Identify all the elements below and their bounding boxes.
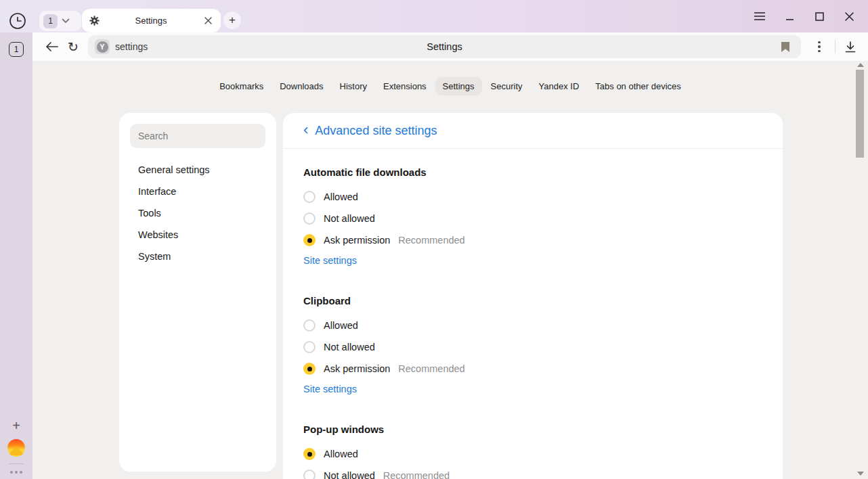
nav-history[interactable]: History bbox=[332, 77, 374, 95]
site-settings-link[interactable]: Site settings bbox=[303, 255, 357, 266]
address-text[interactable]: settings bbox=[115, 41, 148, 52]
settings-nav: BookmarksDownloadsHistoryExtensionsSetti… bbox=[212, 77, 689, 95]
menu-hamburger-icon[interactable] bbox=[749, 5, 771, 27]
back-chevron-icon: ‹ bbox=[303, 122, 308, 137]
nav-security[interactable]: Security bbox=[483, 77, 530, 95]
section-title: Pop-up windows bbox=[303, 424, 762, 435]
settings-sidebar: General settingsInterfaceToolsWebsitesSy… bbox=[119, 113, 276, 472]
rail-more-icon[interactable] bbox=[10, 471, 22, 474]
radio-option-allowed[interactable]: Allowed bbox=[303, 443, 762, 465]
new-tab-button[interactable]: + bbox=[223, 12, 241, 29]
back-icon[interactable] bbox=[41, 36, 62, 58]
nav-bookmarks[interactable]: Bookmarks bbox=[212, 77, 271, 95]
radio-unselected-icon[interactable] bbox=[303, 191, 316, 203]
settings-page: BookmarksDownloadsHistoryExtensionsSetti… bbox=[32, 61, 868, 479]
toolbar-separator bbox=[835, 40, 836, 53]
browser-toolbar: ↻ Y settings Settings bbox=[32, 32, 868, 61]
sidebar-item-general-settings[interactable]: General settings bbox=[130, 159, 265, 181]
maximize-button[interactable] bbox=[808, 5, 830, 27]
bookmark-icon[interactable] bbox=[777, 38, 794, 55]
radio-unselected-icon[interactable] bbox=[303, 470, 316, 479]
radio-option-ask-permission[interactable]: Ask permissionRecommended bbox=[303, 358, 762, 380]
yandex-mail-icon[interactable] bbox=[7, 439, 25, 457]
section-automatic-file-downloads: Automatic file downloadsAllowedNot allow… bbox=[303, 166, 762, 267]
advanced-site-settings-title: Advanced site settings bbox=[315, 124, 437, 138]
left-rail: 1 + bbox=[0, 32, 32, 479]
radio-label: Ask permission bbox=[324, 235, 390, 246]
history-clock-icon[interactable] bbox=[7, 10, 28, 32]
radio-selected-icon[interactable] bbox=[303, 363, 316, 375]
radio-option-allowed[interactable]: Allowed bbox=[303, 186, 762, 208]
radio-label: Allowed bbox=[324, 449, 358, 459]
scrollbar-thumb[interactable] bbox=[856, 70, 864, 158]
radio-label: Allowed bbox=[324, 191, 358, 202]
advanced-site-settings-header[interactable]: ‹ Advanced site settings bbox=[283, 113, 783, 149]
section-clipboard: ClipboardAllowedNot allowedAsk permissio… bbox=[303, 295, 762, 395]
minimize-button[interactable] bbox=[779, 5, 800, 27]
reload-icon[interactable]: ↻ bbox=[62, 36, 84, 58]
sidebar-item-system[interactable]: System bbox=[130, 246, 265, 267]
sidebar-item-tools[interactable]: Tools bbox=[130, 202, 265, 224]
scroll-up-arrow[interactable] bbox=[857, 63, 864, 67]
radio-option-not-allowed[interactable]: Not allowed bbox=[303, 208, 762, 229]
recommended-note: Recommended bbox=[398, 235, 464, 246]
browser-window: 1 Settings bbox=[0, 0, 868, 479]
section-pop-up-windows: Pop-up windowsAllowedNot allowedRecommen… bbox=[303, 424, 762, 479]
page-title: Settings bbox=[88, 41, 801, 52]
radio-selected-icon[interactable] bbox=[303, 234, 316, 246]
nav-extensions[interactable]: Extensions bbox=[376, 77, 434, 95]
tab-title: Settings bbox=[100, 16, 202, 26]
radio-selected-icon[interactable] bbox=[303, 448, 316, 460]
window-titlebar: 1 Settings bbox=[0, 0, 868, 32]
close-button[interactable] bbox=[838, 5, 860, 27]
radio-label: Not allowed bbox=[324, 213, 375, 224]
settings-main-panel: ‹ Advanced site settings Automatic file … bbox=[283, 113, 783, 479]
tab-settings[interactable]: Settings bbox=[82, 9, 221, 32]
address-bar[interactable]: Y settings Settings bbox=[88, 35, 801, 58]
gear-icon bbox=[89, 15, 100, 26]
scroll-down-arrow[interactable] bbox=[857, 472, 864, 476]
rail-add-icon[interactable]: + bbox=[12, 419, 20, 432]
radio-option-ask-permission[interactable]: Ask permissionRecommended bbox=[303, 229, 762, 251]
radio-option-allowed[interactable]: Allowed bbox=[303, 315, 762, 336]
nav-tabs-on-other-devices[interactable]: Tabs on other devices bbox=[588, 77, 688, 95]
chevron-down-icon bbox=[62, 18, 70, 24]
tab-group-count: 1 bbox=[43, 14, 58, 28]
site-settings-link[interactable]: Site settings bbox=[303, 384, 357, 394]
window-controls bbox=[749, 5, 860, 27]
radio-label: Not allowed bbox=[324, 470, 375, 479]
radio-option-not-allowed[interactable]: Not allowedRecommended bbox=[303, 465, 762, 479]
downloads-icon[interactable] bbox=[840, 36, 861, 58]
rail-divider bbox=[9, 463, 24, 464]
nav-settings[interactable]: Settings bbox=[435, 77, 482, 95]
page-scrollbar[interactable] bbox=[856, 62, 865, 477]
section-title: Automatic file downloads bbox=[303, 166, 762, 178]
nav-downloads[interactable]: Downloads bbox=[272, 77, 330, 95]
radio-unselected-icon[interactable] bbox=[303, 341, 316, 353]
radio-unselected-icon[interactable] bbox=[303, 212, 316, 225]
rail-tab-counter[interactable]: 1 bbox=[9, 42, 24, 57]
radio-unselected-icon[interactable] bbox=[303, 319, 316, 332]
radio-label: Allowed bbox=[324, 320, 358, 331]
settings-sections: Automatic file downloadsAllowedNot allow… bbox=[283, 149, 783, 479]
section-title: Clipboard bbox=[303, 295, 762, 306]
tab-group-chip[interactable]: 1 bbox=[39, 11, 81, 31]
tab-close-icon[interactable] bbox=[202, 15, 214, 27]
site-favicon: Y bbox=[95, 39, 110, 54]
sidebar-item-websites[interactable]: Websites bbox=[130, 224, 265, 246]
search-input[interactable] bbox=[130, 124, 265, 148]
recommended-note: Recommended bbox=[383, 470, 450, 479]
nav-yandex-id[interactable]: Yandex ID bbox=[531, 77, 587, 95]
radio-label: Not allowed bbox=[324, 342, 375, 352]
recommended-note: Recommended bbox=[398, 363, 464, 374]
more-options-icon[interactable] bbox=[810, 38, 828, 55]
radio-label: Ask permission bbox=[324, 363, 390, 374]
sidebar-item-interface[interactable]: Interface bbox=[130, 181, 265, 202]
sidebar-list: General settingsInterfaceToolsWebsitesSy… bbox=[130, 159, 265, 267]
radio-option-not-allowed[interactable]: Not allowed bbox=[303, 336, 762, 358]
